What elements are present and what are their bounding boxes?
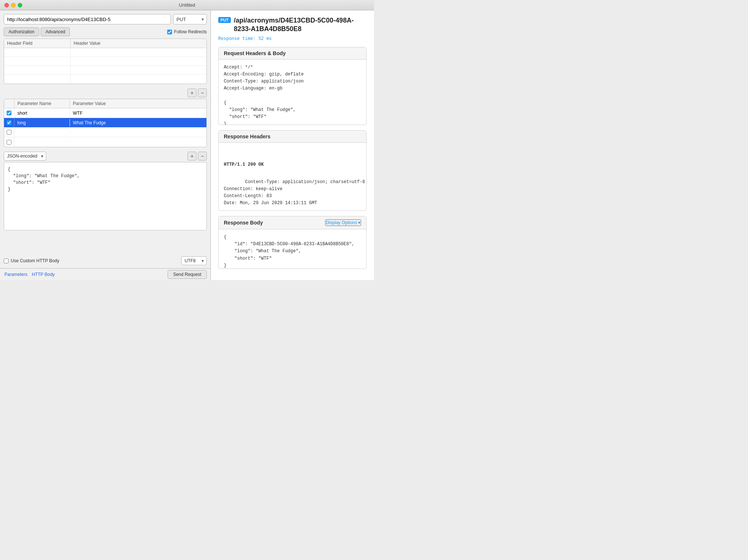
headers-table-header: Header Field Header Value	[4, 39, 206, 48]
response-url: /api/acronyms/D4E13CBD-5C00-498A-8233-A1…	[234, 16, 367, 34]
window-title: Untitled	[179, 2, 195, 8]
param-checkbox-4[interactable]	[7, 140, 11, 145]
param-name-2[interactable]: long	[14, 119, 70, 126]
headers-table: Header Field Header Value	[4, 38, 207, 84]
response-body: { "id": "D4E13CBD-5C00-498A-8233-A1BA4D8…	[219, 229, 366, 269]
bottom-tabs: Parameters HTTP Body Send Request	[0, 268, 210, 280]
right-panel: PUT /api/acronyms/D4E13CBD-5C00-498A-823…	[211, 10, 374, 280]
json-body-section: { "long": "What The Fudge", "short": "WT…	[4, 162, 207, 252]
response-url-line: PUT /api/acronyms/D4E13CBD-5C00-498A-823…	[218, 16, 367, 34]
table-row	[4, 137, 206, 147]
response-time-value: 52 ms	[258, 36, 272, 41]
params-action-buttons: + −	[188, 152, 207, 161]
param-name-1[interactable]: short	[14, 109, 70, 117]
close-button[interactable]	[4, 3, 9, 7]
advanced-tab-button[interactable]: Advanced	[41, 27, 70, 36]
authorization-tab-button[interactable]: Authorization	[4, 27, 39, 36]
response-headers-section: Response Headers HTTP/1.1 200 OK Content…	[218, 130, 367, 211]
main-layout: GET POST PUT DELETE PATCH HEAD OPTIONS ▼…	[0, 10, 374, 280]
params-table: Parameter Name Parameter Value short WTF…	[4, 99, 207, 147]
follow-redirects-label: Follow Redirects	[167, 29, 207, 34]
encoding-select[interactable]: JSON-encoded URL-encoded Multipart	[4, 152, 46, 161]
table-row	[4, 75, 206, 84]
utf8-select-wrapper: UTF8 UTF16 ASCII ▼	[181, 256, 207, 265]
response-body-section-title: Response Body Display Options ▾	[219, 216, 366, 229]
param-name-3[interactable]	[14, 131, 70, 134]
send-request-button[interactable]: Send Request	[168, 270, 207, 279]
params-check-col	[4, 99, 14, 108]
param-checkbox-2[interactable]	[7, 120, 11, 125]
response-body-section: Response Body Display Options ▾ { "id": …	[218, 216, 367, 269]
display-options-button[interactable]: Display Options ▾	[325, 219, 361, 226]
custom-body-checkbox[interactable]	[4, 259, 9, 263]
table-row	[4, 48, 206, 57]
table-row	[4, 66, 206, 75]
method-select-wrapper: GET POST PUT DELETE PATCH HEAD OPTIONS ▼	[173, 14, 207, 24]
add-param-button[interactable]: +	[188, 152, 196, 161]
request-headers-section: Request Headers & Body Accept: */* Accep…	[218, 47, 367, 125]
bottom-tab-group: Parameters HTTP Body	[4, 270, 55, 279]
request-headers-body: Accept: */* Accept-Encoding: gzip, defla…	[219, 60, 366, 125]
follow-redirects-checkbox[interactable]	[167, 30, 172, 34]
param-name-4[interactable]	[14, 141, 70, 143]
param-value-4[interactable]	[70, 141, 206, 143]
traffic-lights	[4, 3, 22, 7]
left-panel: GET POST PUT DELETE PATCH HEAD OPTIONS ▼…	[0, 10, 211, 280]
custom-body-label: Use Custom HTTP Body	[4, 258, 59, 263]
header-field-col: Header Field	[4, 39, 71, 48]
json-body-textarea[interactable]: { "long": "What The Fudge", "short": "WT…	[4, 162, 207, 230]
params-table-header: Parameter Name Parameter Value	[4, 99, 206, 108]
headers-action-buttons: + −	[0, 87, 210, 99]
request-headers-section-title: Request Headers & Body	[219, 47, 366, 60]
param-name-col: Parameter Name	[14, 99, 70, 108]
param-value-2[interactable]: What The Fudge	[70, 119, 206, 126]
tab-parameters[interactable]: Parameters	[4, 270, 28, 279]
titlebar: Untitled	[0, 0, 374, 10]
encoding-row: JSON-encoded URL-encoded Multipart ▼ + −	[0, 150, 210, 162]
utf8-select[interactable]: UTF8 UTF16 ASCII	[181, 256, 207, 265]
table-row	[4, 128, 206, 137]
url-input[interactable]	[4, 14, 171, 24]
add-header-button[interactable]: +	[188, 88, 196, 97]
table-row: long What The Fudge	[4, 118, 206, 128]
param-value-3[interactable]	[70, 131, 206, 134]
url-bar: GET POST PUT DELETE PATCH HEAD OPTIONS ▼	[0, 10, 210, 27]
encoding-select-wrapper: JSON-encoded URL-encoded Multipart ▼	[4, 152, 46, 161]
param-checkbox-3[interactable]	[7, 130, 11, 135]
method-select[interactable]: GET POST PUT DELETE PATCH HEAD OPTIONS	[173, 14, 207, 24]
minimize-button[interactable]	[11, 3, 16, 7]
remove-header-button[interactable]: −	[198, 88, 207, 97]
table-row	[4, 57, 206, 66]
tab-http-body[interactable]: HTTP Body	[31, 270, 55, 279]
param-value-1[interactable]: WTF	[70, 109, 206, 117]
chevron-down-icon: ▾	[358, 220, 360, 225]
table-row: short WTF	[4, 108, 206, 118]
response-headers-body: HTTP/1.1 200 OK Content-Type: applicatio…	[219, 143, 366, 211]
http-status: HTTP/1.1 200 OK	[224, 161, 361, 168]
remove-param-button[interactable]: −	[198, 152, 207, 161]
fullscreen-button[interactable]	[18, 3, 22, 7]
response-time: Response time: 52 ms	[218, 36, 367, 41]
tab-buttons-row: Authorization Advanced Follow Redirects	[0, 27, 210, 38]
method-badge: PUT	[218, 17, 231, 23]
param-value-col: Parameter Value	[70, 99, 206, 108]
param-checkbox-1[interactable]	[7, 111, 11, 115]
header-value-col: Header Value	[71, 39, 206, 48]
custom-body-row: Use Custom HTTP Body UTF8 UTF16 ASCII ▼	[0, 255, 210, 268]
response-headers-section-title: Response Headers	[219, 131, 366, 143]
